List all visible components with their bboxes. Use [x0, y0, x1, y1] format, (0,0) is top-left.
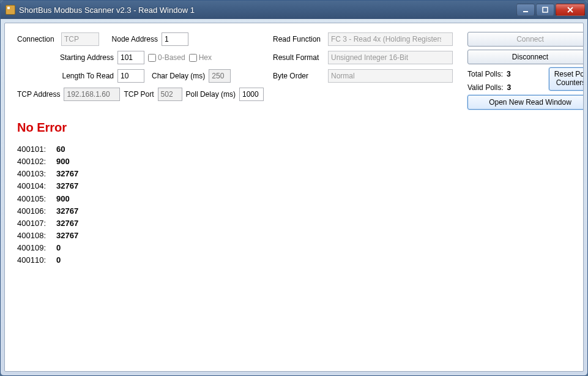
- register-address: 400103:: [17, 168, 50, 180]
- minimize-button[interactable]: [516, 4, 535, 16]
- poll-block: Total Polls: 3 Valid Polls: 3 Reset Poll…: [467, 67, 584, 92]
- app-window: ShortBus Modbus Scanner v2.3 - Read Wind…: [0, 0, 588, 376]
- register-row: 400105:900: [17, 193, 571, 205]
- register-row: 400102:900: [17, 156, 571, 168]
- node-address-input[interactable]: [162, 32, 188, 46]
- register-value: 900: [56, 193, 70, 205]
- read-function-label: Read Function: [273, 35, 324, 43]
- byte-order-select[interactable]: Normal: [328, 69, 453, 83]
- close-button[interactable]: [556, 4, 585, 16]
- open-new-window-button[interactable]: Open New Read Window: [467, 95, 584, 110]
- hex-label: Hex: [199, 53, 212, 62]
- tcp-port-label: TCP Port: [124, 90, 154, 99]
- register-address: 400101:: [17, 143, 50, 156]
- register-address: 400106:: [17, 205, 50, 217]
- maximize-icon: [541, 6, 549, 13]
- register-address: 400109:: [17, 242, 50, 254]
- titlebar[interactable]: ShortBus Modbus Scanner v2.3 - Read Wind…: [1, 1, 587, 19]
- tcp-address-input[interactable]: [64, 88, 120, 101]
- register-value: 0: [56, 242, 61, 254]
- register-row: 400110:0: [17, 254, 571, 266]
- tcp-port-input[interactable]: [158, 88, 182, 101]
- right-column: Connect Disconnect Total Polls: 3 Valid …: [467, 32, 584, 110]
- total-polls-value: 3: [507, 70, 511, 78]
- window-title: ShortBus Modbus Scanner v2.3 - Read Wind…: [19, 6, 516, 15]
- hex-check[interactable]: [189, 54, 197, 62]
- valid-polls-label: Valid Polls:: [467, 83, 503, 92]
- form-area: Connection TCP Node Address Starting Add…: [17, 32, 571, 110]
- register-row: 400106:32767: [17, 205, 571, 217]
- register-row: 400104:32767: [17, 180, 571, 192]
- register-address: 400102:: [17, 156, 50, 168]
- register-value: 32767: [56, 230, 78, 242]
- node-address-label: Node Address: [105, 35, 158, 43]
- results-list: 400101:60400102:900400103:32767400104:32…: [17, 143, 571, 266]
- minimize-icon: [522, 6, 529, 13]
- maximize-button[interactable]: [536, 4, 554, 16]
- hex-checkbox[interactable]: Hex: [189, 53, 212, 62]
- zero-based-check[interactable]: [148, 54, 156, 62]
- register-value: 32767: [56, 217, 78, 230]
- svg-rect-1: [543, 7, 548, 12]
- poll-delay-input[interactable]: [239, 88, 264, 101]
- register-address: 400110:: [17, 254, 50, 266]
- register-value: 32767: [56, 180, 78, 192]
- char-delay-input[interactable]: [209, 69, 231, 83]
- result-format-select[interactable]: Unsigned Integer 16-Bit: [328, 51, 453, 64]
- tcp-address-label: TCP Address: [17, 90, 60, 99]
- poll-delay-label: Poll Delay (ms): [186, 90, 236, 99]
- register-row: 400101:60: [17, 143, 571, 156]
- register-value: 32767: [56, 168, 78, 180]
- zero-based-checkbox[interactable]: 0-Based: [148, 53, 185, 62]
- poll-stats: Total Polls: 3 Valid Polls: 3: [467, 67, 543, 92]
- length-input[interactable]: [117, 69, 144, 83]
- close-icon: [567, 6, 574, 13]
- read-function-select[interactable]: FC 3 - Read 4x (Holding Registers): [328, 32, 453, 46]
- register-value: 900: [56, 156, 70, 168]
- connect-button[interactable]: Connect: [467, 32, 584, 47]
- length-label: Length To Read: [17, 72, 114, 80]
- register-row: 400103:32767: [17, 168, 571, 180]
- byte-order-label: Byte Order: [273, 72, 324, 80]
- register-address: 400105:: [17, 193, 50, 205]
- zero-based-label: 0-Based: [158, 53, 185, 62]
- register-value: 60: [56, 143, 65, 156]
- register-value: 32767: [56, 205, 78, 217]
- char-delay-label: Char Delay (ms): [152, 72, 205, 80]
- register-address: 400104:: [17, 180, 50, 192]
- register-row: 400107:32767: [17, 217, 571, 230]
- client-area: Connection TCP Node Address Starting Add…: [4, 23, 584, 372]
- valid-polls-value: 3: [507, 83, 511, 92]
- svg-rect-0: [523, 11, 528, 12]
- left-column: Connection TCP Node Address Starting Add…: [17, 32, 262, 110]
- starting-address-input[interactable]: [117, 51, 144, 64]
- disconnect-button[interactable]: Disconnect: [467, 50, 584, 64]
- status-text: No Error: [17, 121, 571, 135]
- middle-column: Read Function FC 3 - Read 4x (Holding Re…: [273, 32, 456, 110]
- register-row: 400108:32767: [17, 230, 571, 242]
- register-address: 400107:: [17, 217, 50, 230]
- starting-address-label: Starting Address: [17, 53, 114, 62]
- window-controls: [516, 4, 585, 16]
- register-row: 400109:0: [17, 242, 571, 254]
- register-value: 0: [56, 254, 61, 266]
- total-polls-label: Total Polls:: [467, 70, 503, 78]
- reset-poll-button[interactable]: Reset Poll Counters: [549, 67, 584, 91]
- connection-select[interactable]: TCP: [61, 32, 99, 46]
- result-format-label: Result Format: [273, 53, 324, 62]
- register-address: 400108:: [17, 230, 50, 242]
- connection-label: Connection: [17, 35, 58, 43]
- app-icon: [6, 5, 15, 15]
